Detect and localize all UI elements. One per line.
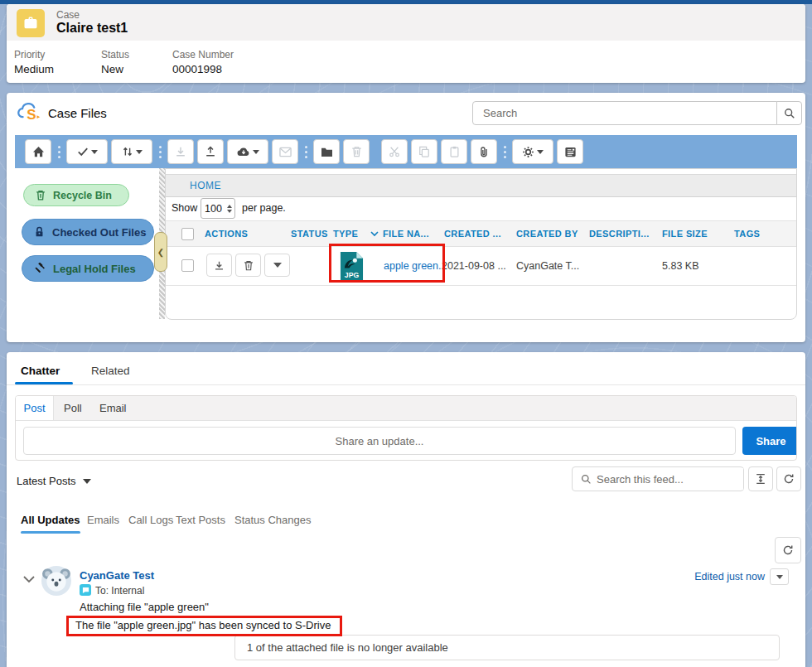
post-actions-dropdown-button[interactable]: [770, 568, 789, 585]
sidebar-item-recycle-bin[interactable]: Recycle Bin: [23, 184, 129, 206]
home-button[interactable]: [25, 139, 51, 164]
copy-button[interactable]: [411, 139, 437, 164]
refresh-icon: [782, 544, 794, 556]
select-all-checkbox[interactable]: [181, 228, 194, 240]
page-size-stepper[interactable]: 100: [201, 198, 235, 219]
feed-tab-emails[interactable]: Emails: [87, 514, 119, 526]
email-button[interactable]: [272, 139, 298, 164]
toolbar-separator: [302, 139, 310, 164]
col-file-name[interactable]: FILE NA...: [383, 229, 429, 239]
tab-chatter[interactable]: Chatter: [21, 365, 60, 377]
paste-icon: [449, 146, 460, 157]
folder-icon: [321, 147, 333, 157]
tab-related[interactable]: Related: [91, 365, 130, 377]
share-button-label: Share: [756, 435, 785, 447]
tab-home[interactable]: HOME: [190, 180, 221, 191]
search-input[interactable]: [472, 101, 777, 125]
sort-descending-icon: [370, 231, 379, 237]
upload-icon: [205, 146, 216, 157]
refresh-post-button[interactable]: [775, 537, 801, 563]
post-visibility-icon: [80, 584, 91, 596]
sort-dropdown-button[interactable]: [111, 139, 152, 164]
col-actions[interactable]: ACTIONS: [205, 229, 248, 239]
cut-icon: [389, 146, 400, 157]
collapse-posts-button[interactable]: [748, 466, 773, 491]
delete-button[interactable]: [343, 139, 370, 164]
post-timestamp[interactable]: Edited just now: [679, 571, 765, 582]
refresh-feed-button[interactable]: [776, 466, 801, 491]
share-update-input[interactable]: [23, 427, 736, 455]
row-more-actions-button[interactable]: [264, 254, 290, 277]
collapse-post-chevron-icon[interactable]: [23, 576, 35, 583]
publisher-tab-label: Post: [23, 402, 45, 414]
sidebar-item-legal-hold-files[interactable]: Legal Hold Files: [22, 255, 154, 282]
avatar[interactable]: [41, 566, 71, 596]
paging-row: Show 100 per page.: [166, 196, 796, 220]
publisher-tab-poll[interactable]: Poll: [64, 402, 82, 414]
trash-icon: [36, 190, 46, 201]
col-tags[interactable]: TAGS: [734, 229, 760, 239]
feed-tab-all-updates[interactable]: All Updates: [21, 514, 80, 526]
check-icon: [77, 146, 89, 157]
attachment-unavailable-text: 1 of the attached file is no longer avai…: [235, 641, 448, 654]
cloud-download-dropdown-button[interactable]: [227, 139, 268, 164]
share-button[interactable]: Share: [742, 427, 797, 455]
copy-icon: [418, 146, 430, 157]
paste-button[interactable]: [441, 139, 467, 164]
feed-tab-text-posts[interactable]: Text Posts: [176, 514, 225, 526]
search-icon: [784, 108, 795, 119]
gear-icon: [522, 146, 534, 158]
feed-tab-call-logs[interactable]: Call Logs: [128, 514, 173, 526]
post-body-line1: Attaching file "apple green": [80, 601, 209, 613]
sidebar-item-label: Recycle Bin: [53, 190, 112, 201]
select-dropdown-button[interactable]: [66, 139, 108, 164]
upload-button[interactable]: [197, 139, 224, 164]
chevron-left-icon: ❮: [157, 248, 164, 257]
col-created-by[interactable]: CREATED BY: [516, 229, 578, 239]
gavel-icon: [34, 263, 46, 274]
toolbar-separator: [500, 139, 509, 164]
paging-suffix: per page.: [242, 202, 286, 214]
publisher-tab-email[interactable]: Email: [99, 402, 127, 414]
tabs-divider: [7, 384, 805, 385]
page-size-value: 100: [201, 203, 227, 215]
list-view-icon: [564, 146, 577, 158]
splitter-collapse-handle[interactable]: ❮: [154, 232, 167, 272]
file-grid-area: HOME Show 100 per page. ACTIONS STATUS: [165, 168, 797, 320]
page-title: Claire test1: [56, 21, 128, 36]
sidebar-item-checked-out-files[interactable]: Checked Out Files: [22, 219, 154, 245]
row-delete-button[interactable]: [235, 254, 261, 277]
refresh-icon: [783, 473, 795, 485]
table-row: JPG apple green... 2021-09-08 ... CyanGa…: [166, 245, 796, 286]
col-description[interactable]: DESCRIPTI...: [589, 229, 650, 239]
col-status[interactable]: STATUS: [291, 229, 328, 239]
feed-tab-status-changes[interactable]: Status Changes: [234, 514, 312, 526]
cut-button[interactable]: [381, 139, 408, 164]
col-file-size[interactable]: FILE SIZE: [662, 229, 708, 239]
row-download-button[interactable]: [206, 254, 232, 277]
attach-button[interactable]: [471, 139, 497, 164]
search-button[interactable]: [776, 101, 802, 125]
paperclip-icon: [478, 146, 490, 158]
list-view-button[interactable]: [557, 139, 583, 164]
row-checkbox[interactable]: [181, 259, 194, 272]
settings-dropdown-button[interactable]: [512, 139, 553, 164]
feed-sort-dropdown[interactable]: Latest Posts: [17, 474, 91, 488]
download-button[interactable]: [167, 139, 194, 164]
post-author-link[interactable]: CyanGate Test: [80, 569, 154, 582]
field-value-priority: Medium: [14, 63, 54, 75]
stepper-arrows[interactable]: [227, 202, 234, 215]
folder-tab-strip: HOME: [166, 174, 796, 197]
new-folder-button[interactable]: [313, 139, 340, 164]
col-type[interactable]: TYPE: [333, 229, 358, 239]
publisher-tab-strip: [16, 396, 796, 421]
caret-down-icon: [83, 479, 91, 488]
case-files-card: S Case Files: [7, 93, 805, 342]
download-icon: [175, 146, 186, 157]
feed-search-box: [572, 466, 744, 491]
entity-label: Case: [56, 9, 80, 21]
lock-icon: [34, 226, 45, 238]
col-created[interactable]: CREATED ...: [444, 229, 501, 239]
feed-search-input[interactable]: [597, 468, 743, 490]
publisher-tab-post[interactable]: Post: [16, 396, 54, 420]
